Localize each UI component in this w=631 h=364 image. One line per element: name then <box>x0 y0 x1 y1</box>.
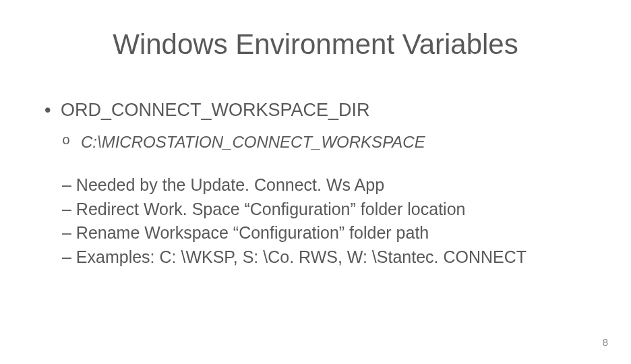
subbullet-text: C:\MICROSTATION_CONNECT_WORKSPACE <box>81 133 425 151</box>
bullet-level-2: C:\MICROSTATION_CONNECT_WORKSPACE <box>42 131 591 153</box>
slide-title: Windows Environment Variables <box>0 28 631 61</box>
dash-item: – Redirect Work. Space “Configuration” f… <box>62 198 591 221</box>
dash-list: – Needed by the Update. Connect. Ws App … <box>42 174 591 269</box>
bullet-level-1: ORD_CONNECT_WORKSPACE_DIR <box>42 98 591 122</box>
dash-item: – Rename Workspace “Configuration” folde… <box>62 222 591 245</box>
dash-item: – Needed by the Update. Connect. Ws App <box>62 174 591 197</box>
page-number: 8 <box>603 336 608 348</box>
bullet-text: ORD_CONNECT_WORKSPACE_DIR <box>61 100 370 120</box>
slide: Windows Environment Variables ORD_CONNEC… <box>0 0 631 364</box>
slide-body: ORD_CONNECT_WORKSPACE_DIR C:\MICROSTATIO… <box>42 98 591 270</box>
dash-item: – Examples: C: \WKSP, S: \Co. RWS, W: \S… <box>62 246 591 269</box>
